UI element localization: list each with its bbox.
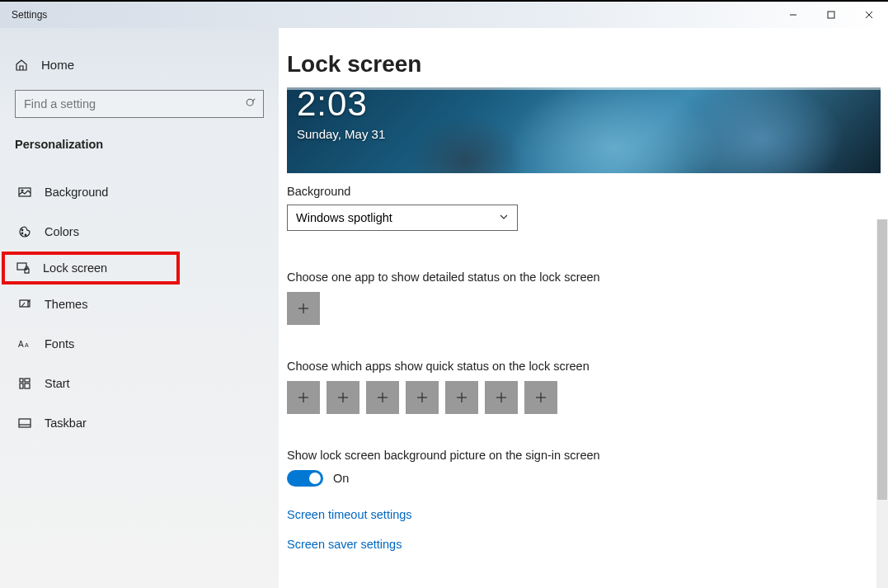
add-quick-app-button[interactable] xyxy=(524,381,557,414)
sidebar-item-colors[interactable]: Colors xyxy=(0,212,279,252)
sidebar-item-label: Taskbar xyxy=(45,416,87,430)
maximize-button[interactable] xyxy=(812,2,850,28)
picture-icon xyxy=(18,186,40,199)
sidebar-item-label: Colors xyxy=(45,225,79,238)
sidebar-item-start[interactable]: Start xyxy=(0,364,279,403)
page-title: Lock screen xyxy=(287,51,888,78)
add-quick-app-button[interactable] xyxy=(287,381,320,414)
add-detailed-app-button[interactable] xyxy=(287,292,320,325)
detailed-status-label: Choose one app to show detailed status o… xyxy=(287,270,888,284)
svg-text:A: A xyxy=(18,340,24,349)
search-input-container[interactable] xyxy=(15,90,264,118)
svg-text:A: A xyxy=(25,342,29,348)
preview-date: Sunday, May 31 xyxy=(297,127,385,141)
add-quick-app-button[interactable] xyxy=(445,381,478,414)
sidebar: Home Personalization Background xyxy=(0,28,279,588)
quick-status-label: Choose which apps show quick status on t… xyxy=(287,360,888,373)
detailed-status-row xyxy=(287,292,888,325)
chevron-down-icon xyxy=(499,211,509,224)
signin-bg-label: Show lock screen background picture on t… xyxy=(287,449,888,462)
vertical-scrollbar[interactable] xyxy=(876,219,888,588)
svg-rect-1 xyxy=(828,12,834,18)
sidebar-section-title: Personalization xyxy=(0,134,279,161)
svg-rect-16 xyxy=(20,379,23,382)
taskbar-icon xyxy=(18,416,40,430)
add-quick-app-button[interactable] xyxy=(406,381,439,414)
sidebar-item-label: Background xyxy=(45,186,108,199)
home-nav[interactable]: Home xyxy=(0,51,279,78)
screen-saver-link[interactable]: Screen saver settings xyxy=(287,538,888,551)
home-label: Home xyxy=(41,58,74,72)
close-button[interactable] xyxy=(850,2,888,28)
svg-rect-18 xyxy=(20,383,23,388)
signin-bg-toggle-row: On xyxy=(287,470,888,487)
minimize-button[interactable] xyxy=(774,2,812,28)
svg-point-4 xyxy=(247,99,253,106)
sidebar-item-label: Lock screen xyxy=(43,261,107,275)
titlebar: Settings xyxy=(0,2,888,28)
signin-bg-toggle-state: On xyxy=(333,472,349,485)
svg-point-8 xyxy=(21,229,23,231)
sidebar-item-taskbar[interactable]: Taskbar xyxy=(0,403,279,443)
screen-timeout-link[interactable]: Screen timeout settings xyxy=(287,508,888,521)
svg-rect-17 xyxy=(25,379,30,382)
window-controls xyxy=(774,2,888,28)
background-dropdown-value: Windows spotlight xyxy=(296,211,392,224)
sidebar-item-lockscreen[interactable]: Lock screen xyxy=(2,252,180,285)
add-quick-app-button[interactable] xyxy=(485,381,518,414)
start-icon xyxy=(18,377,40,390)
palette-icon xyxy=(18,225,40,238)
svg-rect-6 xyxy=(19,188,31,196)
preview-time: 2:03 xyxy=(297,87,368,124)
search-input[interactable] xyxy=(24,97,245,111)
sidebar-item-background[interactable]: Background xyxy=(0,172,279,212)
svg-rect-20 xyxy=(19,419,31,427)
sidebar-item-fonts[interactable]: AA Fonts xyxy=(0,324,279,364)
quick-status-row xyxy=(287,381,888,414)
background-dropdown[interactable]: Windows spotlight xyxy=(287,205,518,231)
window-body: Home Personalization Background xyxy=(0,28,888,588)
scrollbar-thumb[interactable] xyxy=(877,219,887,500)
sidebar-item-label: Fonts xyxy=(45,337,74,350)
lockscreen-preview: 2:03 Sunday, May 31 xyxy=(287,87,881,173)
background-label: Background xyxy=(287,185,888,198)
home-icon xyxy=(15,59,36,72)
themes-icon xyxy=(18,298,40,311)
sidebar-nav: Background Colors Lock screen xyxy=(0,172,279,443)
settings-window: Settings Home xyxy=(0,0,888,588)
search-icon xyxy=(245,97,256,111)
add-quick-app-button[interactable] xyxy=(327,381,359,414)
sidebar-item-themes[interactable]: Themes xyxy=(0,285,279,324)
svg-rect-19 xyxy=(25,383,30,388)
svg-point-10 xyxy=(25,234,26,236)
svg-point-9 xyxy=(21,233,23,234)
signin-bg-toggle[interactable] xyxy=(287,470,323,487)
sidebar-item-label: Themes xyxy=(45,298,87,311)
sidebar-item-label: Start xyxy=(45,377,70,390)
fonts-icon: AA xyxy=(18,338,40,350)
add-quick-app-button[interactable] xyxy=(366,381,399,414)
main-panel: Lock screen 2:03 Sunday, May 31 Backgrou… xyxy=(279,28,888,588)
window-title: Settings xyxy=(12,9,47,21)
lockscreen-icon xyxy=(16,261,38,275)
svg-point-7 xyxy=(21,190,23,191)
